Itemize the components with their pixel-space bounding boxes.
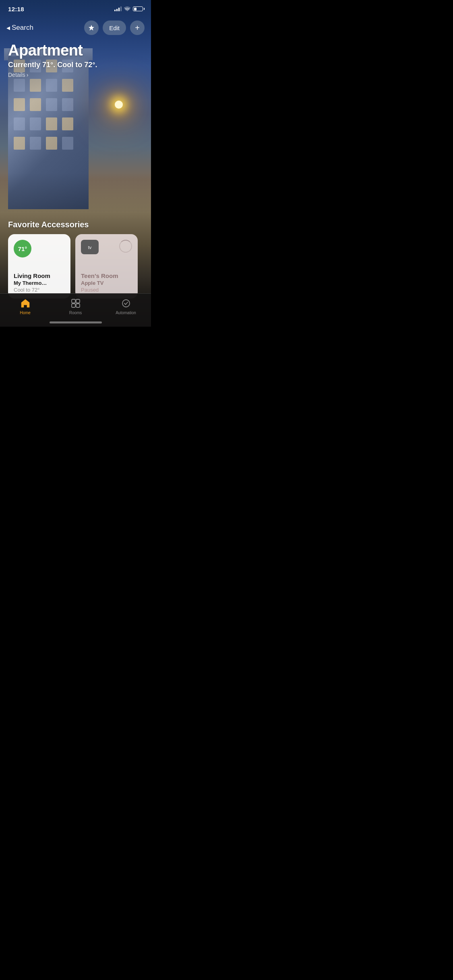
home-tab-icon <box>20 298 31 309</box>
tab-automation[interactable]: Automation <box>101 298 151 315</box>
card-room-name: Teen's Room <box>81 272 132 280</box>
card-bottom: Living Room My Thermo… Cool to 72° <box>14 272 65 293</box>
home-indicator <box>50 321 102 323</box>
card-top: tv <box>81 240 132 254</box>
status-bar: 12:18 <box>0 0 151 18</box>
add-button[interactable]: + <box>130 21 145 35</box>
card-bottom: Teen's Room Apple TV Paused <box>81 272 132 293</box>
home-info: Apartment Currently 71°. Cool to 72°. De… <box>8 42 97 78</box>
status-time: 12:18 <box>8 6 24 12</box>
edit-button[interactable]: Edit <box>103 21 126 35</box>
details-link[interactable]: Details › <box>8 72 97 78</box>
location-button[interactable] <box>84 21 99 35</box>
card-device-name: My Thermo… <box>14 280 65 286</box>
battery-icon <box>133 6 143 11</box>
home-subtitle: Currently 71°. Cool to 72°. <box>8 61 97 69</box>
tab-home-label: Home <box>20 311 31 315</box>
navigation-bar: ◂ Search Edit + <box>0 18 151 38</box>
card-top: 71° <box>14 240 65 257</box>
signal-strength-icon <box>114 6 122 11</box>
tab-home[interactable]: Home <box>0 298 50 315</box>
card-status: Cool to 72° <box>14 287 65 293</box>
appletv-icon: tv <box>81 240 99 254</box>
svg-point-6 <box>122 300 130 307</box>
accessories-row: 71° Living Room My Thermo… Cool to 72° t… <box>0 234 151 299</box>
card-status: Paused <box>81 287 132 293</box>
home-title: Apartment <box>8 42 97 59</box>
location-icon <box>88 25 95 31</box>
nav-actions: Edit + <box>84 21 145 35</box>
chevron-left-icon: ◂ <box>6 23 10 32</box>
tab-automation-label: Automation <box>116 311 136 315</box>
tab-rooms[interactable]: Rooms <box>50 298 101 315</box>
temperature-badge: 71° <box>14 240 31 257</box>
back-label: Search <box>12 24 33 32</box>
svg-rect-2 <box>72 299 75 303</box>
edit-label: Edit <box>109 25 120 31</box>
rooms-tab-icon <box>70 298 81 309</box>
status-icons <box>114 6 143 12</box>
svg-rect-4 <box>72 304 75 307</box>
svg-text:tv: tv <box>88 245 92 250</box>
details-chevron-icon: › <box>27 72 29 78</box>
details-label: Details <box>8 72 25 78</box>
apple-tv-logo: tv <box>85 243 95 251</box>
svg-rect-5 <box>76 304 80 307</box>
favorites-section: Favorite Accessories 71° Living Room My … <box>0 220 151 299</box>
back-button[interactable]: ◂ Search <box>6 23 33 32</box>
tab-rooms-label: Rooms <box>69 311 82 315</box>
temperature-value: 71° <box>18 245 27 252</box>
card-room-name: Living Room <box>14 272 65 280</box>
favorites-title: Favorite Accessories <box>8 220 151 229</box>
automation-tab-icon <box>120 298 132 309</box>
appletv-card[interactable]: tv Teen's Room Apple TV Paused <box>75 234 138 299</box>
add-icon: + <box>135 23 140 33</box>
wifi-icon <box>124 6 130 12</box>
svg-rect-3 <box>76 299 80 303</box>
card-device-name: Apple TV <box>81 280 132 286</box>
thermostat-card[interactable]: 71° Living Room My Thermo… Cool to 72° <box>8 234 70 299</box>
loading-spinner-icon <box>119 240 132 253</box>
